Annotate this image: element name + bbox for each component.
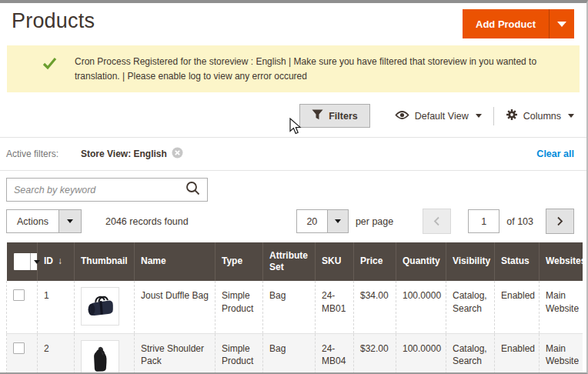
- total-pages-text: of 103: [506, 216, 533, 227]
- view-selector[interactable]: Default View: [395, 110, 482, 122]
- chevron-down-icon: [557, 22, 566, 27]
- page-title: Products: [12, 9, 95, 33]
- cell-id: 2: [38, 333, 75, 374]
- select-all-toggle[interactable]: [30, 253, 43, 270]
- pagination: 20 per page of 103: [296, 209, 574, 234]
- chevron-down-icon: [476, 114, 482, 118]
- column-header-thumbnail[interactable]: Thumbnail: [75, 242, 135, 281]
- cell-status: Enabled: [495, 333, 540, 374]
- gear-icon: [506, 109, 518, 123]
- column-header-sku[interactable]: SKU: [316, 242, 354, 281]
- cell-thumbnail: [75, 333, 135, 374]
- cell-name: Strive Shoulder Pack: [135, 333, 215, 374]
- page-header: Products Add Product: [0, 3, 586, 38]
- chevron-left-icon: [433, 216, 440, 226]
- select-all-checkbox[interactable]: [14, 253, 30, 270]
- columns-selector[interactable]: Columns: [506, 109, 574, 123]
- cell-visibility: Catalog, Search: [446, 333, 495, 374]
- success-message-banner: Cron Process Registered for the storevie…: [7, 45, 580, 92]
- add-product-split-button[interactable]: Add Product: [463, 9, 574, 38]
- shoulder-pack-thumbnail: [81, 340, 119, 374]
- view-label: Default View: [415, 111, 469, 122]
- table-row[interactable]: 2 Strive Shoulder Pack Simple Product Ba…: [7, 333, 583, 374]
- cell-price: $34.00: [354, 281, 396, 333]
- page-number-input[interactable]: [468, 209, 499, 233]
- actions-dropdown[interactable]: Actions: [6, 209, 82, 233]
- cell-price: $32.00: [354, 333, 396, 374]
- row-checkbox[interactable]: [13, 289, 25, 301]
- column-header-quantity[interactable]: Quantity: [396, 242, 446, 281]
- filter-funnel-icon: [312, 109, 323, 122]
- cell-id: 1: [38, 281, 75, 333]
- notification-text: Cron Process Registered for the storevie…: [75, 56, 536, 82]
- search-row: [0, 171, 586, 202]
- chevron-down-icon: [568, 114, 574, 118]
- per-page-label: per page: [356, 216, 393, 227]
- cell-websites: Main Website: [540, 281, 583, 333]
- success-check-icon: [42, 57, 57, 75]
- cell-quantity: 100.0000: [396, 333, 446, 374]
- cell-type: Simple Product: [215, 333, 263, 374]
- filters-label: Filters: [329, 111, 358, 122]
- keyword-search-box: [6, 178, 208, 202]
- chevron-down-icon: [335, 219, 341, 223]
- sort-descending-icon: ↓: [58, 255, 62, 266]
- filters-button[interactable]: Filters: [299, 104, 370, 128]
- chevron-right-icon: [556, 216, 563, 226]
- columns-label: Columns: [523, 111, 561, 122]
- actions-dropdown-toggle[interactable]: [58, 210, 81, 232]
- select-all-dropdown[interactable]: [14, 253, 43, 270]
- add-product-dropdown-toggle[interactable]: [549, 9, 574, 38]
- cell-attribute-set: Bag: [263, 281, 316, 333]
- cell-attribute-set: Bag: [263, 333, 316, 374]
- column-header-visibility[interactable]: Visibility: [446, 242, 495, 281]
- column-header-websites[interactable]: Websites: [540, 242, 583, 281]
- search-input[interactable]: [14, 185, 185, 195]
- next-page-button[interactable]: [546, 209, 574, 234]
- active-filter-text: Store View: English: [81, 149, 167, 159]
- products-table: ID↓ Thumbnail Name Type Attribute Set SK…: [6, 242, 583, 374]
- cell-thumbnail: [75, 281, 135, 333]
- previous-page-button[interactable]: [423, 209, 451, 234]
- row-checkbox[interactable]: [13, 342, 25, 354]
- grid-toolbar: Filters Default View Columns: [0, 92, 586, 138]
- add-product-button[interactable]: Add Product: [463, 9, 549, 38]
- per-page-select[interactable]: 20: [296, 209, 349, 233]
- column-header-id[interactable]: ID↓: [38, 242, 75, 281]
- column-header-attribute-set[interactable]: Attribute Set: [263, 242, 316, 281]
- column-header-name[interactable]: Name: [135, 242, 215, 281]
- toolbar-divider: [493, 107, 494, 125]
- table-row[interactable]: 1 Joust Duffle Bag Simple Product Bag 24…: [7, 281, 583, 333]
- per-page-dropdown-toggle[interactable]: [327, 210, 348, 232]
- eye-icon: [395, 110, 409, 122]
- table-header-row: ID↓ Thumbnail Name Type Attribute Set SK…: [7, 242, 583, 281]
- search-icon[interactable]: [185, 181, 200, 199]
- records-count: 2046 records found: [105, 216, 189, 227]
- active-filters-bar: Active filters: Store View: English Clea…: [0, 138, 586, 171]
- cell-name: Joust Duffle Bag: [135, 281, 215, 333]
- remove-filter-icon[interactable]: [172, 147, 183, 161]
- chevron-down-icon: [67, 219, 73, 223]
- cell-visibility: Catalog, Search: [446, 281, 495, 333]
- cell-quantity: 100.0000: [396, 281, 446, 333]
- chevron-down-icon: [34, 260, 40, 264]
- duffle-bag-thumbnail: [81, 287, 119, 326]
- actions-button[interactable]: Actions: [7, 210, 58, 232]
- cell-type: Simple Product: [215, 281, 263, 333]
- cell-websites: Main Website: [540, 333, 583, 374]
- select-all-header-cell: [7, 242, 38, 281]
- active-filters-label: Active filters:: [6, 149, 58, 159]
- cell-sku: 24-MB04: [316, 333, 354, 374]
- column-header-price[interactable]: Price: [354, 242, 396, 281]
- cell-status: Enabled: [495, 281, 540, 333]
- active-filter-tag: Store View: English: [81, 147, 183, 161]
- grid-controls-row: Actions 2046 records found 20 per page o…: [0, 202, 586, 242]
- column-header-status[interactable]: Status: [495, 242, 540, 281]
- cell-sku: 24-MB01: [316, 281, 354, 333]
- per-page-value: 20: [297, 210, 327, 232]
- column-header-type[interactable]: Type: [215, 242, 263, 281]
- clear-all-link[interactable]: Clear all: [536, 149, 574, 159]
